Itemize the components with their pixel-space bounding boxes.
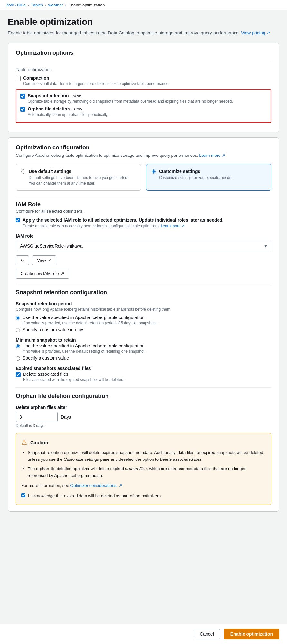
acknowledge-label[interactable]: I acknowledge that expired data will be … bbox=[28, 493, 162, 499]
orphan-days-input-row: Days bbox=[16, 412, 271, 422]
retention-period-label-2[interactable]: Specify a custom value in days bbox=[23, 327, 84, 332]
delete-associated-files-label[interactable]: Delete associated files bbox=[23, 372, 68, 377]
breadcrumb-current: Enable optimization bbox=[68, 3, 105, 7]
page-title: Enable optimization bbox=[8, 17, 279, 27]
delete-associated-files-desc: Files associated with the expired snapsh… bbox=[23, 377, 124, 383]
breadcrumb-sep-1: › bbox=[28, 3, 29, 7]
iam-role-select[interactable]: AWSGlueServiceRole-ishikawa bbox=[16, 241, 271, 251]
customize-desc: Customize settings for your specific nee… bbox=[159, 175, 232, 181]
apply-iam-role-sub: Create a single role with necessary perm… bbox=[23, 223, 224, 229]
view-button[interactable]: View ↗ bbox=[32, 255, 56, 265]
customize-card[interactable]: Customize settings Customize settings fo… bbox=[146, 164, 271, 191]
delete-associated-files-item: Delete associated files Files associated… bbox=[16, 372, 271, 383]
use-default-desc: Default settings have been defined to he… bbox=[29, 175, 135, 186]
caution-header: ⚠ Caution bbox=[21, 439, 266, 446]
retention-period-title: Snapshot retention period bbox=[16, 301, 271, 306]
acknowledge-checkbox[interactable] bbox=[21, 493, 25, 497]
orphan-file-deletion-checkbox[interactable] bbox=[20, 107, 25, 112]
table-optimization-label: Table optimization bbox=[16, 67, 271, 72]
retention-period-option-2: Specify a custom value in days bbox=[16, 327, 271, 332]
view-pricing-link[interactable]: View pricing ↗ bbox=[241, 30, 270, 35]
orphan-days-input[interactable] bbox=[16, 412, 58, 422]
learn-more-config-link[interactable]: Learn more ↗ bbox=[199, 153, 225, 158]
snapshot-retention-label[interactable]: Snapshot retention - new bbox=[28, 93, 81, 98]
highlighted-options: Snapshot retention - new Optimize table … bbox=[16, 89, 271, 123]
retention-period-radio-2[interactable] bbox=[16, 328, 20, 332]
retention-period-option-1: Use the value specified in Apache Iceber… bbox=[16, 315, 271, 326]
optimization-configuration-card: Optimization configuration Configure Apa… bbox=[8, 137, 279, 512]
iam-learn-more-link[interactable]: Learn more ↗ bbox=[161, 224, 185, 228]
retention-period-radio-1[interactable] bbox=[16, 316, 20, 320]
orphan-file-deletion-desc: Automatically clean up orphan files peri… bbox=[28, 112, 108, 118]
compaction-checkbox[interactable] bbox=[16, 76, 21, 81]
configuration-options: Use default settings Default settings ha… bbox=[16, 164, 271, 191]
page-content: Enable optimization Enable table optimiz… bbox=[0, 10, 287, 543]
min-snapshot-option-2: Specify a custom value bbox=[16, 355, 271, 361]
apply-iam-role-label[interactable]: Apply the selected IAM role to all selec… bbox=[23, 217, 224, 223]
iam-role-field-label: IAM role bbox=[16, 233, 271, 239]
create-new-iam-role-button[interactable]: Create new IAM role ↗ bbox=[16, 269, 69, 279]
iam-role-desc: Configure for all selected optimizers. bbox=[16, 209, 271, 213]
apply-iam-role-checkbox[interactable] bbox=[16, 218, 20, 222]
breadcrumb-weather[interactable]: weather bbox=[48, 3, 63, 7]
compaction-label[interactable]: Compaction bbox=[23, 75, 49, 80]
retention-period-desc: Configure how long Apache Iceberg retain… bbox=[16, 307, 271, 312]
min-snapshot-radio-2[interactable] bbox=[16, 356, 20, 361]
min-snapshot-radio-1[interactable] bbox=[16, 344, 20, 348]
optimizer-considerations-link[interactable]: Optimizer considerations. ↗ bbox=[70, 483, 122, 488]
orphan-file-deletion-label[interactable]: Orphan file deletion - new bbox=[28, 106, 82, 111]
caution-box: ⚠ Caution Snapshot retention optimizer w… bbox=[16, 433, 271, 505]
iam-role-select-wrapper: AWSGlueServiceRole-ishikawa ▼ bbox=[16, 241, 271, 251]
snapshot-retention-desc: Optimize table storage by removing old s… bbox=[28, 99, 233, 104]
minimum-snapshot-title: Minimum snapshot to retain bbox=[16, 337, 271, 343]
warning-icon: ⚠ bbox=[21, 439, 27, 446]
caution-bullet-1: Snapshot retention optimizer will delete… bbox=[28, 450, 266, 463]
snapshot-retention-config-title: Snapshot retention configuration bbox=[16, 289, 271, 296]
breadcrumb-tables[interactable]: Tables bbox=[31, 3, 43, 7]
customize-label: Customize settings bbox=[159, 169, 232, 174]
compaction-item: Compaction Combine small data files into… bbox=[16, 75, 271, 87]
caution-title: Caution bbox=[30, 440, 48, 445]
apply-iam-role-row: Apply the selected IAM role to all selec… bbox=[16, 217, 271, 229]
delete-orphan-after-label: Delete orphan files after bbox=[16, 405, 271, 410]
expired-snapshots-title: Expired snapshots associated files bbox=[16, 366, 271, 371]
compaction-desc: Combine small data files into larger, mo… bbox=[23, 81, 170, 87]
orphan-file-config-title: Orphan file deletion configuration bbox=[16, 393, 271, 400]
external-link-icon: ↗ bbox=[48, 258, 51, 263]
external-link-icon-2: ↗ bbox=[61, 271, 64, 276]
view-label: View bbox=[37, 258, 46, 263]
iam-role-button-row: ↻ View ↗ bbox=[16, 255, 271, 265]
days-unit-label: Days bbox=[61, 414, 71, 420]
min-snapshot-sublabel-1: If no value is provided, use the default… bbox=[23, 349, 145, 354]
min-snapshot-label-1[interactable]: Use the value specified in Apache Iceber… bbox=[23, 343, 144, 348]
snapshot-retention-item: Snapshot retention - new Optimize table … bbox=[20, 93, 267, 104]
use-default-radio[interactable] bbox=[21, 169, 25, 174]
retention-period-sublabel-1: If no value is provided, use the default… bbox=[23, 320, 158, 326]
customize-radio[interactable] bbox=[152, 169, 156, 174]
delete-associated-files-checkbox[interactable] bbox=[16, 372, 21, 377]
caution-body: Snapshot retention optimizer will delete… bbox=[21, 450, 266, 499]
refresh-icon: ↻ bbox=[21, 258, 24, 263]
refresh-button[interactable]: ↻ bbox=[16, 255, 29, 265]
orphan-file-deletion-item: Orphan file deletion - new Automatically… bbox=[20, 106, 267, 118]
iam-role-title: IAM Role bbox=[16, 201, 271, 208]
snapshot-retention-checkbox[interactable] bbox=[20, 94, 25, 99]
caution-more-info: For more information, see Optimizer cons… bbox=[21, 482, 266, 489]
acknowledge-row: I acknowledge that expired data will be … bbox=[21, 493, 266, 499]
min-snapshot-option-1: Use the value specified in Apache Iceber… bbox=[16, 343, 271, 354]
breadcrumb-sep-2: › bbox=[45, 3, 46, 7]
min-snapshot-label-2[interactable]: Specify a custom value bbox=[23, 355, 69, 361]
optimization-configuration-title: Optimization configuration bbox=[16, 144, 271, 151]
breadcrumb: AWS Glue › Tables › weather › Enable opt… bbox=[0, 0, 287, 10]
iam-role-section: IAM Role Configure for all selected opti… bbox=[16, 196, 271, 279]
create-new-iam-role-label: Create new IAM role bbox=[21, 271, 59, 276]
use-default-card[interactable]: Use default settings Default settings ha… bbox=[16, 164, 141, 191]
orphan-days-hint: Default is 3 days. bbox=[16, 423, 271, 428]
caution-bullet-2: The orphan file deletion optimizer will … bbox=[28, 466, 266, 479]
breadcrumb-aws-glue[interactable]: AWS Glue bbox=[6, 3, 26, 7]
retention-period-label-1[interactable]: Use the value specified in Apache Iceber… bbox=[23, 315, 144, 320]
optimization-configuration-desc: Configure Apache Iceberg table optimizat… bbox=[16, 152, 271, 159]
optimization-options-card: Optimization options Table optimization … bbox=[8, 43, 279, 132]
page-description: Enable table optimizers for managed tabl… bbox=[8, 30, 279, 36]
optimization-options-title: Optimization options bbox=[16, 50, 271, 56]
